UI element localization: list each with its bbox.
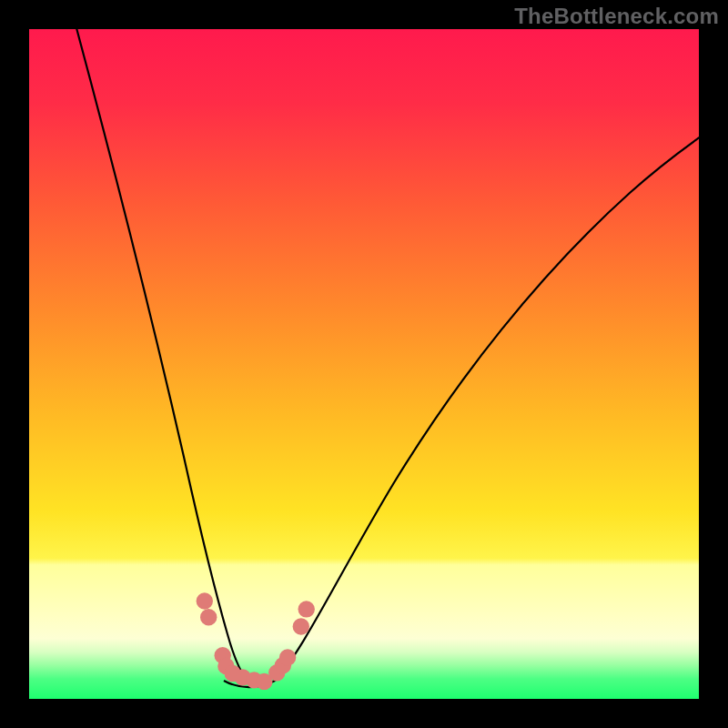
marker-point bbox=[200, 609, 217, 625]
gradient-background bbox=[29, 29, 699, 699]
outer-frame: TheBottleneck.com bbox=[0, 0, 728, 728]
watermark-text: TheBottleneck.com bbox=[514, 4, 719, 29]
chart-plot-area bbox=[29, 29, 699, 699]
chart-svg bbox=[29, 29, 699, 699]
marker-point bbox=[279, 649, 296, 665]
marker-point bbox=[298, 601, 315, 617]
marker-point bbox=[293, 618, 309, 634]
marker-point bbox=[197, 592, 213, 609]
